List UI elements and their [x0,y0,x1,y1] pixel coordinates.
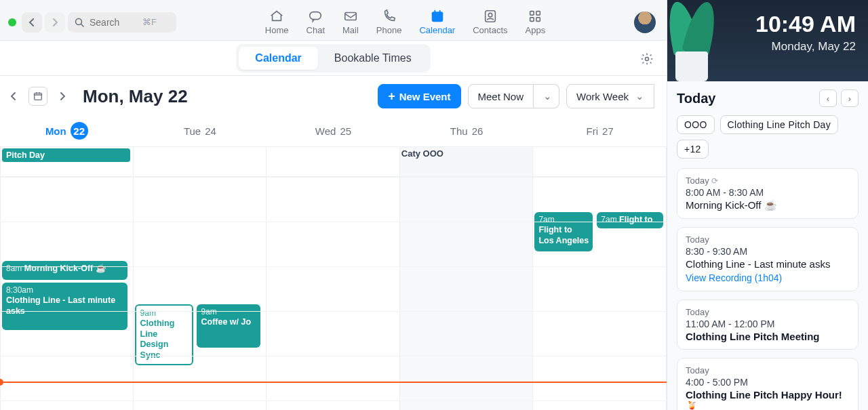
home-icon [269,9,284,24]
allday-cell[interactable] [267,147,400,177]
day-header-mon[interactable]: Mon22 [0,115,134,146]
clock-banner: 10:49 AM Monday, May 22 [667,0,868,81]
svg-point-9 [488,13,492,17]
allday-cell[interactable] [134,147,267,177]
now-indicator [0,382,667,383]
svg-rect-7 [439,10,441,14]
nav-tab-label: Contacts [473,25,507,35]
new-event-label: New Event [399,91,451,102]
search-shortcut: ⌘F [142,17,157,27]
day-column-wed[interactable] [267,177,400,410]
window-traffic-light [8,18,16,26]
svg-rect-2 [310,12,321,20]
refresh-icon: ⟳ [711,176,718,186]
agenda-panel: 10:49 AM Monday, May 22 Today ‹ › OOO Cl… [667,0,868,410]
nav-tab-label: Phone [376,25,402,35]
svg-rect-11 [536,12,540,16]
view-select-button[interactable]: Work Week ⌄ [566,84,654,108]
calendar-toolbar: Mon, May 22 + New Event Meet Now ⌄ Work … [0,76,667,115]
next-week-button[interactable] [54,88,71,104]
day-column-mon[interactable]: 8am Morning Kick-Off ☕ 8:30amClothing Li… [0,177,134,410]
svg-rect-5 [432,12,443,16]
nav-tab-mail[interactable]: Mail [342,9,359,35]
day-column-thu[interactable] [400,177,534,410]
nav-tab-contacts[interactable]: Contacts [473,9,507,35]
svg-rect-15 [35,93,42,100]
view-tabs: Calendar Bookable Times [0,41,667,76]
nav-tab-apps[interactable]: Apps [526,9,546,35]
day-column-tue[interactable]: 9amClothing Line Design Sync 9amCoffee w… [134,177,267,410]
nav-tab-label: Apps [526,25,546,35]
nav-tab-label: Mail [342,25,359,35]
topbar: ⌘F Home Chat Mail Phone Calendar Contact… [0,0,667,41]
contacts-icon [483,9,498,24]
search-input[interactable] [90,17,137,28]
meet-now-dropdown[interactable]: ⌄ [534,84,559,108]
agenda-prev-button[interactable]: ‹ [819,89,837,107]
search-box[interactable]: ⌘F [68,12,176,33]
svg-rect-13 [536,18,540,22]
settings-button[interactable] [639,52,654,66]
agenda-heading: Today [677,91,815,106]
day-header-wed[interactable]: Wed25 [267,115,400,146]
chat-icon [308,9,323,24]
svg-rect-10 [530,12,534,16]
avatar[interactable] [634,12,656,33]
agenda-item[interactable]: Today 11:00 AM - 12:00 PM Clothing Line … [677,300,859,350]
tab-calendar[interactable]: Calendar [239,47,317,70]
event-pitch-day[interactable]: Pitch Day [2,148,130,162]
event-clothing-line-asks[interactable]: 8:30amClothing Line - Last minute asks [2,283,127,330]
plant-illustration [667,0,724,81]
apps-icon [528,9,542,24]
svg-point-14 [646,58,649,61]
nav-tab-label: Chat [307,25,325,35]
day-column-fri[interactable]: 7amFlight to Los Angeles 7am Flight to [533,177,667,410]
day-header-tue[interactable]: Tue24 [134,115,267,146]
nav-tab-calendar[interactable]: Calendar [419,9,455,35]
clock-time: 10:49 AM [724,11,856,37]
event-morning-kickoff[interactable]: 8am Morning Kick-Off ☕ [2,261,127,280]
today-button[interactable] [28,87,47,106]
agenda-item[interactable]: Today ⟳ 8:00 AM - 8:30 AM Morning Kick-O… [677,168,859,219]
nav-tab-label: Home [265,25,289,35]
svg-line-1 [81,24,84,26]
clock-date: Monday, May 22 [724,40,856,54]
svg-rect-12 [530,18,534,22]
allday-cell[interactable]: Caty OOO [400,147,534,177]
calendar-grid: Mon22 Tue24 Wed25 Thu26 Fri27 Pitch Day … [0,115,667,410]
phone-icon [382,9,397,24]
svg-rect-3 [345,13,357,20]
new-event-button[interactable]: + New Event [378,84,460,108]
nav-tab-phone[interactable]: Phone [376,9,402,35]
agenda-item[interactable]: Today 4:00 - 5:00 PM Clothing Line Pitch… [677,358,859,410]
nav-tab-chat[interactable]: Chat [307,9,325,35]
current-date-heading: Mon, May 22 [83,86,188,107]
meet-now-button[interactable]: Meet Now [468,84,534,108]
view-select-label: Work Week [576,91,629,102]
agenda-pill-more[interactable]: +12 [677,140,709,159]
view-recording-link[interactable]: View Recording (1h04) [686,272,782,283]
chevron-down-icon: ⌄ [635,90,644,102]
event-flight-la[interactable]: 7amFlight to Los Angeles [534,212,593,251]
agenda-next-button[interactable]: › [841,89,859,107]
event-caty-ooo[interactable]: Caty OOO [401,148,443,159]
tab-bookable-times[interactable]: Bookable Times [318,47,428,70]
event-flight-2[interactable]: 7am Flight to [597,212,663,228]
mail-icon [343,9,358,24]
plus-icon: + [388,90,395,102]
agenda-pill-ooo[interactable]: OOO [677,115,715,134]
calendar-icon [430,9,445,24]
day-header-thu[interactable]: Thu26 [400,115,534,146]
day-header-fri[interactable]: Fri27 [533,115,667,146]
nav-forward-button[interactable] [45,12,65,33]
agenda-pill-pitch-day[interactable]: Clothing Line Pitch Day [720,115,838,134]
nav-tab-label: Calendar [419,25,455,35]
nav-back-button[interactable] [22,12,42,33]
agenda-item[interactable]: Today 8:30 - 9:30 AM Clothing Line - Las… [677,227,859,291]
prev-week-button[interactable] [5,88,22,104]
chevron-down-icon: ⌄ [543,90,552,102]
search-icon [75,18,84,27]
allday-cell[interactable]: Pitch Day [0,147,134,177]
nav-tab-home[interactable]: Home [265,9,289,35]
allday-cell[interactable] [533,147,667,177]
